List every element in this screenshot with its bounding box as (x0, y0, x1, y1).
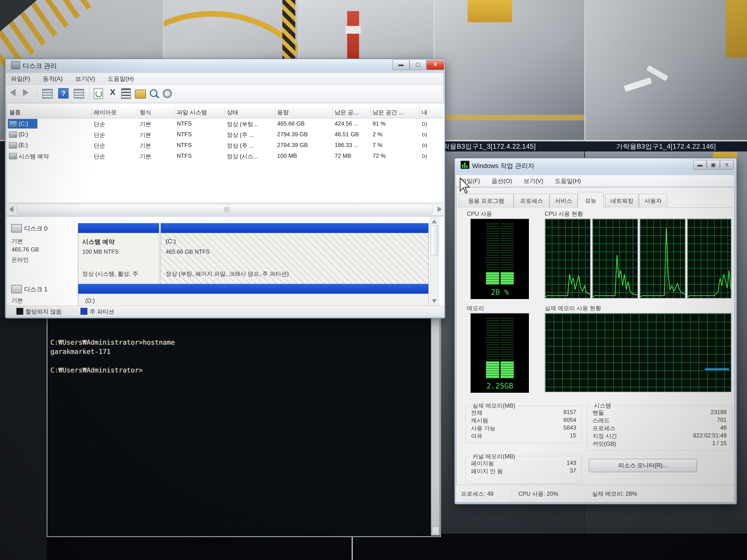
legend-swatch-primary (80, 308, 87, 315)
tab-applications[interactable]: 응용 프로그램 (459, 194, 514, 208)
stat-value: 622:02:51:49 (693, 432, 727, 439)
zoom-icon[interactable] (150, 89, 160, 100)
maximize-button[interactable]: ▣ (706, 160, 720, 170)
volume-layout: 단순 (94, 121, 105, 128)
disk0-name[interactable]: 디스크 0 (24, 224, 48, 233)
table-row[interactable]: (E:) 단순 기본 NTFS 정상 (주 ... 2794.39 GB 186… (7, 140, 443, 151)
memory-history-line (705, 369, 729, 370)
cpu-core-graph (545, 218, 591, 298)
tab-users[interactable]: 사용자 (639, 194, 667, 208)
partition-status: 정상 (부팅, 페이지 파일, 크래시 덤프, 주 파티션) (165, 270, 289, 278)
scroll-down-arrow[interactable] (432, 299, 437, 303)
scroll-up-arrow[interactable] (432, 220, 437, 223)
group-legend: 실제 메모리(MB) (470, 402, 517, 410)
volume-fs: NTFS (177, 131, 192, 138)
refresh-icon[interactable] (94, 88, 103, 99)
vertical-scrollbar[interactable] (430, 217, 439, 305)
maximize-button[interactable]: ▢ (409, 60, 427, 70)
menu-file[interactable]: 파일(F) (11, 73, 30, 84)
partition-detail: 465.66 GB NTFS (165, 248, 210, 255)
partition-d[interactable]: (D:) (78, 284, 429, 306)
minimize-button[interactable]: ▬ (392, 60, 409, 70)
column-header[interactable]: 파일 시스템 (177, 108, 207, 116)
mouse-cursor (459, 178, 472, 194)
menu-view[interactable]: 보기(V) (75, 73, 95, 84)
task-manager-app-icon (461, 161, 469, 169)
volume-name[interactable]: (D:) (19, 131, 28, 138)
stat-value: 143 (567, 460, 576, 466)
menu-help[interactable]: 도움말(H) (108, 73, 134, 84)
column-header[interactable]: 볼륨 (9, 108, 21, 116)
menu-help[interactable]: 도움말(H) (555, 175, 581, 187)
menu-view[interactable]: 보기(V) (523, 175, 543, 187)
cpu-core-graph (592, 218, 638, 298)
menu-options[interactable]: 옵션(O) (491, 175, 512, 187)
terminal-scrollbar[interactable] (431, 318, 440, 536)
terminal-line: C:₩Users₩Administrator>hostname (50, 339, 175, 346)
volume-name[interactable]: 시스템 예약 (19, 153, 49, 160)
stat-label: 사용 가능 (471, 424, 496, 432)
volume-fault: 아 (422, 142, 428, 150)
task-manager-statusbar: 프로세스: 48 CPU 사용: 20% 실제 메모리: 28% (456, 485, 734, 502)
column-header[interactable]: 내 (422, 108, 428, 116)
delete-icon[interactable]: X (107, 87, 118, 98)
horizontal-scrollbar[interactable] (6, 203, 445, 216)
volume-free: 72 MB (335, 153, 351, 159)
menu-action[interactable]: 동작(A) (43, 73, 62, 84)
tab-networking[interactable]: 네트워킹 (605, 194, 639, 208)
column-header[interactable]: 상태 (227, 108, 238, 116)
disk-icon (11, 285, 22, 293)
show-action-pane-icon[interactable] (74, 89, 84, 99)
properties-icon[interactable] (121, 88, 131, 99)
scroll-left-arrow[interactable] (9, 206, 14, 212)
column-header[interactable]: 용량 (277, 108, 289, 116)
close-button[interactable]: X (427, 60, 444, 70)
help-icon[interactable]: ? (58, 88, 69, 99)
volume-free: 186.33 ... (335, 142, 359, 149)
scroll-down-arrow[interactable] (432, 526, 439, 534)
stat-label: 지정 시간 (592, 432, 617, 440)
settings-icon[interactable] (163, 89, 172, 98)
stat-value: 23188 (711, 409, 727, 416)
table-row[interactable]: (C:) 단순 기본 NTFS 정상 (부팅... 465.66 GB 424.… (7, 118, 443, 129)
stat-label: 커밋(GB) (592, 440, 616, 448)
resource-monitor-button[interactable]: 리소스 모니터(R)... (589, 459, 697, 472)
tab-performance[interactable]: 성능 (578, 192, 603, 208)
scrollbar-thumb[interactable] (431, 225, 438, 256)
volume-list-header[interactable]: 볼륨 레이아웃 형식 파일 시스템 상태 용량 남은 공... 남은 공간 ..… (7, 106, 443, 118)
close-button[interactable]: X (720, 160, 733, 170)
volume-free: 46.51 GB (335, 131, 359, 138)
column-header[interactable]: 남은 공... (335, 108, 358, 116)
volume-capacity: 465.66 GB (277, 121, 305, 127)
status-processes: 프로세스: 48 (461, 490, 494, 498)
volume-pct-free: 7 % (372, 142, 382, 149)
scroll-right-arrow[interactable] (438, 206, 442, 212)
show-console-tree-icon[interactable] (42, 89, 53, 99)
volume-layout: 단순 (94, 142, 105, 150)
scrollbar-thumb[interactable] (17, 204, 432, 214)
table-row[interactable]: 시스템 예약 단순 기본 NTFS 정상 (시스... 100 MB 72 MB… (7, 151, 443, 161)
volume-name[interactable]: (E:) (19, 142, 28, 149)
memory-gauge-label: 메모리 (467, 304, 484, 312)
disk-icon (11, 224, 22, 233)
column-header[interactable]: 남은 공간 ... (372, 108, 404, 116)
tab-services[interactable]: 서비스 (549, 194, 578, 208)
forward-icon[interactable] (23, 87, 33, 98)
back-icon[interactable] (10, 87, 20, 98)
volume-name[interactable]: (C:) (19, 121, 28, 127)
status-memory: 실제 메모리: 28% (592, 490, 637, 498)
table-row[interactable]: (D:) 단순 기본 NTFS 정상 (주 ... 2794.39 GB 46.… (7, 129, 443, 140)
cpu-gauge-label: CPU 사용 (467, 210, 492, 218)
partition-name: (D:) (85, 297, 95, 304)
status-cpu: CPU 사용: 20% (518, 490, 558, 498)
volume-fs: NTFS (177, 121, 192, 127)
cctv-tile-5 (585, 0, 747, 140)
tab-processes[interactable]: 프로세스 (514, 194, 549, 208)
column-header[interactable]: 형식 (140, 108, 151, 116)
column-header[interactable]: 레이아웃 (94, 108, 117, 116)
open-folder-icon[interactable] (135, 90, 146, 99)
minimize-button[interactable]: ▬ (693, 160, 706, 170)
stat-value: 15 (570, 432, 576, 439)
disk1-name[interactable]: 디스크 1 (24, 285, 48, 294)
cpu-gauge: 20 % (470, 218, 530, 300)
